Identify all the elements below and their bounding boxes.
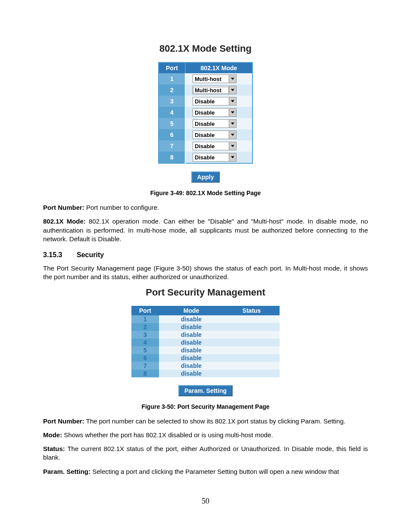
mode-dropdown-label: Disable [193, 154, 229, 161]
def2-mode-label: Mode: [43, 431, 62, 439]
sec-mode-cell: disable [159, 339, 224, 346]
def-port-number-text: Port number to configure. [84, 204, 159, 211]
def-8021x-mode-text: 802.1X operation mode. Can either be "Di… [43, 218, 368, 243]
page-number: 50 [43, 497, 368, 506]
figure-2-caption: Figure 3-50: Port Security Management Pa… [43, 403, 368, 410]
sec-status-cell [224, 323, 280, 331]
svg-marker-1 [231, 89, 234, 91]
security-status-table: Port Mode Status 1disable2disable3disabl… [131, 306, 280, 377]
section-title: Security [77, 251, 104, 259]
sec-mode-cell: disable [159, 323, 224, 331]
mode-dropdown[interactable]: Disable [193, 97, 237, 106]
table-row: 4Disable [159, 107, 252, 118]
chevron-down-icon[interactable] [229, 97, 236, 105]
mode-setting-table: Port 802.1X Mode 1Multi-host2Multi-host3… [158, 62, 253, 164]
mode-dropdown-label: Multi-host [193, 76, 229, 82]
table-row: 6disable [131, 354, 280, 362]
mode-cell: Disable [185, 140, 252, 152]
sec-mode-cell: disable [159, 315, 224, 323]
sec-col-mode: Mode [159, 306, 224, 315]
table-row: 1disable [131, 315, 280, 323]
mode-dropdown[interactable]: Disable [193, 119, 237, 128]
sec-port-cell: 5 [131, 346, 159, 354]
mode-dropdown[interactable]: Disable [193, 131, 237, 139]
port-cell: 1 [159, 73, 185, 84]
svg-marker-2 [231, 100, 234, 103]
def2-param-text: Selecting a port and clicking the Parame… [90, 468, 339, 475]
port-cell: 2 [159, 84, 185, 96]
sec-col-status: Status [224, 306, 280, 315]
figure-1-caption: Figure 3-49: 802.1X Mode Setting Page [43, 190, 368, 196]
chevron-down-icon[interactable] [229, 142, 236, 150]
table-row: 3Disable [159, 96, 252, 107]
table-row: 6Disable [159, 129, 252, 140]
mode-cell: Multi-host [185, 84, 252, 96]
sec-port-cell: 7 [131, 362, 159, 370]
port-cell: 8 [159, 152, 185, 163]
mode-dropdown[interactable]: Disable [193, 142, 237, 150]
sec-status-cell [224, 362, 280, 370]
def2-port-number-text: The port number can be selected to show … [84, 417, 346, 425]
sec-mode-cell: disable [159, 346, 224, 354]
def2-port-number: Port Number: The port number can be sele… [43, 417, 368, 426]
def2-param-label: Param. Setting: [43, 468, 90, 475]
port-cell: 4 [159, 107, 185, 118]
sec-col-port: Port [131, 306, 159, 315]
svg-marker-3 [231, 112, 234, 114]
param-setting-button[interactable]: Param. Setting [178, 385, 233, 396]
sec-port-cell: 1 [131, 315, 159, 323]
table-row: 2Multi-host [159, 84, 252, 96]
def-8021x-mode-label: 802.1X Mode: [43, 218, 86, 225]
mode-dropdown-label: Disable [193, 132, 229, 138]
table-row: 8disable [131, 370, 280, 377]
section-number: 3.15.3 [43, 251, 77, 259]
sec-mode-cell: disable [159, 370, 224, 377]
section-intro: The Port Security Management page (Figur… [43, 264, 368, 282]
sec-status-cell [224, 339, 280, 346]
svg-marker-4 [231, 123, 234, 125]
chevron-down-icon[interactable] [229, 120, 236, 128]
def2-port-number-label: Port Number: [43, 417, 84, 425]
mode-cell: Disable [185, 129, 252, 140]
mode-cell: Disable [185, 118, 252, 129]
svg-marker-7 [231, 156, 234, 159]
section-heading: 3.15.3 Security [43, 251, 368, 259]
sec-status-cell [224, 331, 280, 339]
mode-dropdown[interactable]: Multi-host [193, 86, 237, 94]
port-cell: 6 [159, 129, 185, 140]
mode-cell: Disable [185, 107, 252, 118]
mode-dropdown-label: Disable [193, 98, 229, 105]
figure-1-title: 802.1X Mode Setting [43, 43, 368, 54]
port-cell: 5 [159, 118, 185, 129]
table-row: 3disable [131, 331, 280, 339]
chevron-down-icon[interactable] [229, 131, 236, 139]
chevron-down-icon[interactable] [229, 109, 236, 116]
def2-param: Param. Setting: Selecting a port and cli… [43, 467, 368, 476]
apply-button[interactable]: Apply [191, 171, 220, 183]
chevron-down-icon[interactable] [229, 86, 236, 94]
port-cell: 3 [159, 96, 185, 107]
sec-status-cell [224, 346, 280, 354]
mode-cell: Multi-host [185, 73, 252, 84]
sec-port-cell: 2 [131, 323, 159, 331]
mode-cell: Disable [185, 152, 252, 163]
table-row: 5disable [131, 346, 280, 354]
mode-dropdown[interactable]: Multi-host [193, 75, 237, 83]
def2-mode-text: Shows whether the port has 802.1X disabl… [62, 431, 273, 439]
mode-dropdown-label: Disable [193, 143, 229, 149]
port-cell: 7 [159, 140, 185, 152]
sec-status-cell [224, 370, 280, 377]
def2-mode: Mode: Shows whether the port has 802.1X … [43, 431, 368, 439]
col-mode-header: 802.1X Mode [185, 62, 252, 73]
mode-dropdown-label: Disable [193, 121, 229, 127]
sec-port-cell: 3 [131, 331, 159, 339]
table-row: 7disable [131, 362, 280, 370]
chevron-down-icon[interactable] [229, 75, 236, 83]
mode-dropdown[interactable]: Disable [193, 153, 237, 162]
mode-dropdown[interactable]: Disable [193, 108, 237, 117]
chevron-down-icon[interactable] [229, 153, 236, 161]
figure-2-title: Port Security Management [43, 287, 368, 298]
col-port-header: Port [159, 62, 185, 73]
svg-marker-6 [231, 145, 234, 147]
table-row: 2disable [131, 323, 280, 331]
